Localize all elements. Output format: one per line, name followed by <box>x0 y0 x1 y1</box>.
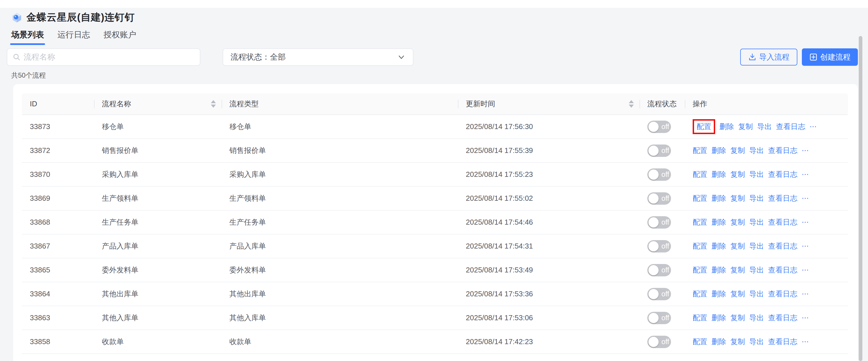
status-toggle[interactable]: off <box>647 144 671 157</box>
action-view-log[interactable]: 查看日志 <box>768 169 797 179</box>
action-delete[interactable]: 删除 <box>712 193 726 203</box>
action-delete[interactable]: 删除 <box>712 217 726 227</box>
action-config[interactable]: 配置 <box>693 265 707 275</box>
action-copy[interactable]: 复制 <box>731 241 745 251</box>
action-more[interactable]: ⋯ <box>802 337 809 346</box>
action-export[interactable]: 导出 <box>749 145 764 156</box>
action-copy[interactable]: 复制 <box>731 289 745 299</box>
action-delete[interactable]: 删除 <box>712 289 726 299</box>
cell-status: off <box>640 234 685 258</box>
create-flow-button[interactable]: 创建流程 <box>802 48 858 66</box>
action-copy[interactable]: 复制 <box>731 217 745 227</box>
action-copy[interactable]: 复制 <box>738 122 753 132</box>
status-toggle[interactable]: off <box>647 264 671 276</box>
action-delete[interactable]: 删除 <box>712 169 726 179</box>
action-config[interactable]: 配置 <box>693 169 707 179</box>
action-export[interactable]: 导出 <box>749 289 764 299</box>
import-flow-label: 导入流程 <box>759 52 789 62</box>
action-export[interactable]: 导出 <box>749 169 764 179</box>
process-list-card: ID 流程名称 流程类型 更新时间 流程状态 操作 <box>13 84 858 361</box>
action-delete[interactable]: 删除 <box>712 265 726 275</box>
cell-status: off <box>640 115 685 139</box>
action-view-log[interactable]: 查看日志 <box>768 217 797 227</box>
cell-actions: 配置删除复制导出查看日志⋯ <box>685 163 848 187</box>
action-more[interactable]: ⋯ <box>809 122 817 131</box>
action-config[interactable]: 配置 <box>693 289 707 299</box>
cell-type: 采购入库单 <box>221 163 458 187</box>
cell-id: 33868 <box>22 210 94 234</box>
action-delete[interactable]: 删除 <box>719 122 734 132</box>
action-config[interactable]: 配置 <box>693 241 707 251</box>
action-more[interactable]: ⋯ <box>802 146 809 155</box>
status-toggle[interactable]: off <box>647 288 671 300</box>
status-toggle[interactable]: off <box>647 168 671 181</box>
cell-type: 生产任务单 <box>221 210 458 234</box>
action-config[interactable]: 配置 <box>693 217 707 227</box>
status-toggle[interactable]: off <box>647 312 671 324</box>
column-header-actions: 操作 <box>685 93 848 115</box>
action-view-log[interactable]: 查看日志 <box>768 193 797 203</box>
action-export[interactable]: 导出 <box>749 217 764 227</box>
toggle-off-label: off <box>661 146 669 155</box>
tab-scene-list[interactable]: 场景列表 <box>11 29 44 40</box>
action-delete[interactable]: 删除 <box>712 145 726 156</box>
cell-type: 其他出库单 <box>221 282 458 306</box>
sort-icon[interactable] <box>629 100 634 108</box>
action-copy[interactable]: 复制 <box>731 145 745 156</box>
action-view-log[interactable]: 查看日志 <box>768 145 797 156</box>
tab-bar: 场景列表 运行日志 授权账户 <box>11 29 136 40</box>
action-more[interactable]: ⋯ <box>802 170 809 179</box>
action-more[interactable]: ⋯ <box>802 290 809 298</box>
status-filter-select[interactable]: 流程状态：全部 <box>223 48 413 66</box>
status-toggle[interactable]: off <box>647 216 671 229</box>
action-export[interactable]: 导出 <box>749 313 764 323</box>
action-export[interactable]: 导出 <box>749 193 764 203</box>
status-toggle[interactable]: off <box>647 336 671 348</box>
action-view-log[interactable]: 查看日志 <box>768 337 797 347</box>
action-copy[interactable]: 复制 <box>731 313 745 323</box>
sort-icon[interactable] <box>211 100 216 108</box>
action-more[interactable]: ⋯ <box>802 242 809 251</box>
status-toggle[interactable]: off <box>647 192 671 205</box>
action-config[interactable]: 配置 <box>693 193 707 203</box>
scrollbar-thumb[interactable] <box>859 36 862 361</box>
action-view-log[interactable]: 查看日志 <box>776 122 805 132</box>
cell-name: 其他入库单 <box>94 306 221 330</box>
action-view-log[interactable]: 查看日志 <box>768 265 797 275</box>
tab-run-logs[interactable]: 运行日志 <box>57 29 90 40</box>
action-export[interactable]: 导出 <box>749 241 764 251</box>
action-config[interactable]: 配置 <box>693 313 707 323</box>
action-copy[interactable]: 复制 <box>731 337 745 347</box>
status-toggle[interactable]: off <box>647 121 671 133</box>
action-more[interactable]: ⋯ <box>802 314 809 322</box>
action-export[interactable]: 导出 <box>749 265 764 275</box>
action-config[interactable]: 配置 <box>693 337 707 347</box>
action-more[interactable]: ⋯ <box>802 218 809 227</box>
search-input[interactable] <box>23 52 195 62</box>
cell-id: 33864 <box>22 282 94 306</box>
action-copy[interactable]: 复制 <box>731 265 745 275</box>
action-more[interactable]: ⋯ <box>802 266 809 274</box>
action-export[interactable]: 导出 <box>757 122 772 132</box>
action-config[interactable]: 配置 <box>693 145 707 156</box>
action-more[interactable]: ⋯ <box>802 194 809 203</box>
action-delete[interactable]: 删除 <box>712 337 726 347</box>
tab-authorized-accounts[interactable]: 授权账户 <box>103 29 136 40</box>
toggle-knob <box>648 169 659 179</box>
status-toggle[interactable]: off <box>647 240 671 253</box>
table-header-row: ID 流程名称 流程类型 更新时间 流程状态 操作 <box>22 93 848 115</box>
action-view-log[interactable]: 查看日志 <box>768 289 797 299</box>
table-row: 33863 其他入库单 其他入库单 2025/08/14 17:53:06 of… <box>22 306 848 330</box>
action-view-log[interactable]: 查看日志 <box>768 241 797 251</box>
cell-type: 收款单 <box>221 330 458 354</box>
action-view-log[interactable]: 查看日志 <box>768 313 797 323</box>
cell-name: 销售报价单 <box>94 139 221 163</box>
action-config[interactable]: 配置 <box>696 122 711 132</box>
action-delete[interactable]: 删除 <box>712 241 726 251</box>
cell-id: 33858 <box>22 330 94 354</box>
action-copy[interactable]: 复制 <box>731 193 745 203</box>
action-delete[interactable]: 删除 <box>712 313 726 323</box>
import-flow-button[interactable]: 导入流程 <box>740 48 797 66</box>
action-export[interactable]: 导出 <box>749 337 764 347</box>
action-copy[interactable]: 复制 <box>731 169 745 179</box>
